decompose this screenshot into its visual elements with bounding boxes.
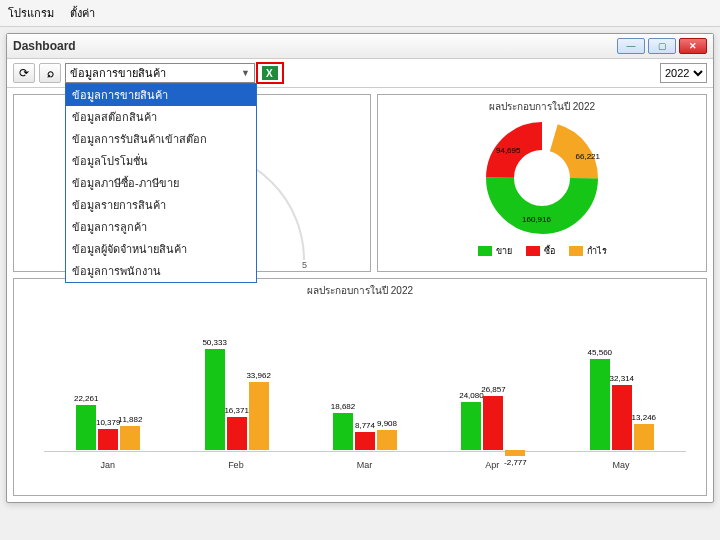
minimize-button[interactable]: — [617,38,645,54]
bar: 22,261 [76,405,96,450]
month-group: 22,26110,37911,882 [44,320,172,450]
bar: 26,857 [483,396,503,450]
bar-value: 26,857 [481,385,505,394]
legend-swatch-profit [569,246,583,256]
month-group: 24,08026,857-2,777 [429,320,557,450]
bar-value: 16,371 [224,406,248,415]
dropdown-option[interactable]: ข้อมูลโปรโมชั่น [66,150,256,172]
x-label: Feb [228,460,244,470]
refresh-button[interactable]: ⟳ [13,63,35,83]
export-excel-button[interactable]: X [259,63,281,83]
donut-chart: 160,916 94,695 66,221 [482,118,602,238]
bar: 33,962 [249,382,269,450]
dashboard-panel: Dashboard — ▢ ✕ ⟳ ⌕ ข้อมูลการขายสินค้า ▼… [6,33,714,503]
dropdown-option[interactable]: ข้อมูลการขายสินค้า [66,84,256,106]
refresh-icon: ⟳ [19,66,29,80]
menubar: โปรแกรม ตั้งค่า [0,0,720,27]
legend-label-sell: ขาย [496,244,512,258]
bar: 45,560 [590,359,610,450]
bar-value: 22,261 [74,394,98,403]
bar-value: 8,774 [355,421,375,430]
x-label: Jan [101,460,116,470]
bar-value: 11,882 [118,415,142,424]
donut-card: ผลประกอบการในปี 2022 160,916 94,695 66,2… [377,94,707,272]
dropdown-option[interactable]: ข้อมูลผู้จัดจำหน่ายสินค้า [66,238,256,260]
maximize-button[interactable]: ▢ [648,38,676,54]
month-group: 50,33316,37133,962 [172,320,300,450]
bar-value: 33,962 [246,371,270,380]
bar-value: 13,246 [632,413,656,422]
titlebar: Dashboard — ▢ ✕ [7,34,713,59]
find-button[interactable]: ⌕ [39,63,61,83]
dropdown-option[interactable]: ข้อมูลการรับสินค้าเข้าสต๊อก [66,128,256,150]
bar: 32,314 [612,385,632,450]
bar-value: 32,314 [610,374,634,383]
bar-chart: 22,26110,37911,88250,33316,37133,96218,6… [14,302,706,472]
x-label: Apr [485,460,499,470]
bar: 9,908 [377,430,397,450]
bars-card: ผลประกอบการในปี 2022 22,26110,37911,8825… [13,278,707,496]
bar-value: 24,080 [459,391,483,400]
window-title: Dashboard [13,39,76,53]
legend-swatch-buy [526,246,540,256]
menu-program[interactable]: โปรแกรม [8,4,54,22]
month-group: 18,6828,7749,908 [301,320,429,450]
legend-swatch-sell [478,246,492,256]
x-axis-line [44,451,686,452]
bar: 24,080 [461,402,481,450]
donut-label-sell: 160,916 [522,215,551,224]
gauge-max: 5 [302,260,307,270]
bar: 50,333 [205,349,225,450]
bar: 8,774 [355,432,375,450]
legend-label-buy: ซื้อ [544,244,555,258]
combo-value: ข้อมูลการขายสินค้า [70,64,166,82]
legend-label-profit: กำไร [587,244,607,258]
data-type-dropdown: ข้อมูลการขายสินค้าข้อมูลสต๊อกสินค้าข้อมู… [65,83,257,283]
excel-icon: X [259,65,281,81]
bar: 16,371 [227,417,247,450]
bar-value: 50,333 [202,338,226,347]
year-select-wrap: 2022 [660,63,707,83]
donut-label-buy: 94,695 [496,146,520,155]
chevron-down-icon: ▼ [241,68,250,78]
bar: 10,379 [98,429,118,450]
dropdown-option[interactable]: ข้อมูลการพนักงาน [66,260,256,282]
x-label: Mar [357,460,373,470]
dropdown-option[interactable]: ข้อมูลสต๊อกสินค้า [66,106,256,128]
donut-legend: ขาย ซื้อ กำไร [478,244,607,258]
x-label: May [612,460,629,470]
bar-value: 10,379 [96,418,120,427]
magnifier-icon: ⌕ [47,66,54,80]
year-select[interactable]: 2022 [660,63,707,83]
svg-text:X: X [266,68,273,79]
close-button[interactable]: ✕ [679,38,707,54]
bar-value: 9,908 [377,419,397,428]
toolbar: ⟳ ⌕ ข้อมูลการขายสินค้า ▼ ข้อมูลการขายสิน… [7,59,713,88]
bar-value: 18,682 [331,402,355,411]
bar-value: 45,560 [588,348,612,357]
dropdown-option[interactable]: ข้อมูลรายการสินค้า [66,194,256,216]
bar: 18,682 [333,413,353,450]
bar: -2,777 [505,450,525,456]
month-group: 45,56032,31413,246 [558,320,686,450]
dropdown-option[interactable]: ข้อมูลภาษีซื้อ-ภาษีขาย [66,172,256,194]
data-type-combo[interactable]: ข้อมูลการขายสินค้า ▼ ข้อมูลการขายสินค้าข… [65,63,255,83]
menu-settings[interactable]: ตั้งค่า [70,4,95,22]
bar: 11,882 [120,426,140,450]
dropdown-option[interactable]: ข้อมูลการลูกค้า [66,216,256,238]
donut-title: ผลประกอบการในปี 2022 [378,95,706,118]
donut-label-profit: 66,221 [576,152,600,161]
bar: 13,246 [634,424,654,450]
